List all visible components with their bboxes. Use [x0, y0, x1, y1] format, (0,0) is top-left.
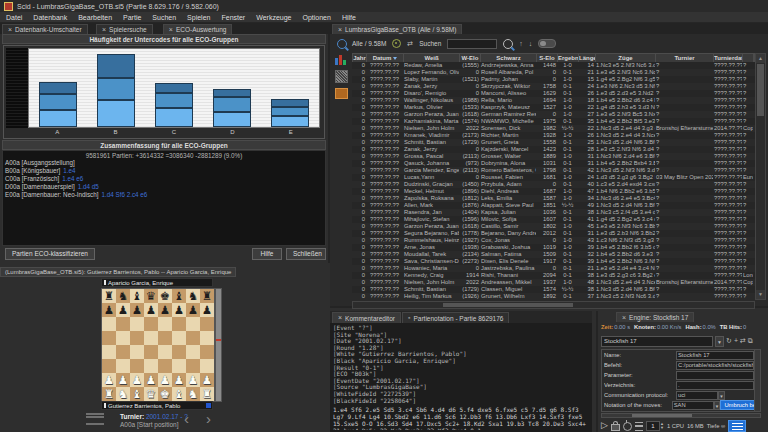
board-square[interactable] — [186, 359, 200, 373]
menu-datei[interactable]: Datei — [6, 14, 22, 21]
field-value-communication-protocol[interactable]: uci — [676, 391, 718, 400]
board-square[interactable]: ♟ — [144, 373, 158, 387]
board-square[interactable] — [130, 317, 144, 331]
board-square[interactable]: ♚ — [158, 289, 172, 303]
board-square[interactable]: ♛ — [144, 387, 158, 401]
board-square[interactable]: ♟ — [144, 303, 158, 317]
board-square[interactable] — [130, 345, 144, 359]
export-icon[interactable] — [335, 88, 348, 99]
board-square[interactable] — [158, 345, 172, 359]
table-row[interactable]: 0????.??.??Kennedy, Craig1914Rishi, Than… — [352, 272, 755, 279]
swap-icon[interactable]: ⇄ — [740, 337, 746, 345]
board-square[interactable]: ♟ — [200, 373, 214, 387]
table-row[interactable]: 0????.??.??Garcia Mendez, Engel(2113)Rom… — [352, 167, 755, 174]
table-row[interactable]: 0????.??.??Qasuck, Johanna(973)Dobrynina… — [352, 160, 755, 167]
board-square[interactable]: ♞ — [186, 289, 200, 303]
eco-moves[interactable]: 1.e4 — [63, 167, 75, 174]
board-square[interactable] — [200, 359, 214, 373]
next-move-arrow[interactable]: › — [206, 410, 211, 427]
board-square[interactable]: ♟ — [102, 373, 116, 387]
table-row[interactable]: 0????.??.??Wallinger, Nikolaus(1988)Rell… — [352, 97, 755, 104]
board-square[interactable] — [186, 317, 200, 331]
scroll-down-arrow[interactable]: ▼ — [756, 290, 765, 299]
menu-hilfe[interactable]: Hilfe — [342, 14, 356, 21]
eco-moves[interactable]: 1.d4 d5 — [78, 183, 99, 190]
table-row[interactable]: 0????.??.??Disaro', Remigio0Mancorsi, Al… — [352, 90, 755, 97]
table-row[interactable]: 0????.??.??Markus, Olivier(1533)Kasprzyk… — [352, 104, 755, 111]
board-square[interactable] — [158, 317, 172, 331]
table-row[interactable]: 0????.??.??Mihajlovic, Stefan(1596)Milov… — [352, 216, 755, 223]
close-button[interactable]: Schließen — [286, 248, 326, 260]
menu-optionen[interactable]: Optionen — [302, 14, 330, 21]
tab-engine[interactable]: × Engine: Stockfish 17 — [616, 312, 694, 322]
board-square[interactable]: ♝ — [130, 289, 144, 303]
column-header-ort[interactable] — [743, 54, 754, 62]
board-square[interactable] — [116, 317, 130, 331]
board-scroll-strip[interactable] — [215, 288, 222, 402]
board-square[interactable] — [172, 345, 186, 359]
field-value-name[interactable]: Stockfish 17 — [676, 351, 754, 360]
table-row[interactable]: 0????.??.??Rummelshaus, Heinz(1927)Cox, … — [352, 237, 755, 244]
column-header-s-elo[interactable]: S-Elo — [537, 54, 558, 62]
table-row[interactable]: 0????.??.??Meckel, Helmut(1896)Diehl, An… — [352, 188, 755, 195]
board-menu-icon[interactable] — [86, 413, 104, 425]
board-square[interactable]: ♟ — [116, 303, 130, 317]
board-square[interactable]: ♟ — [130, 373, 144, 387]
table-row[interactable]: 0????.??.??Grossa, Pascal(2113)Grosser, … — [352, 153, 755, 160]
board-square[interactable]: ♜ — [200, 387, 214, 401]
board-square[interactable] — [186, 345, 200, 359]
column-header-schwarz[interactable]: Schwarz — [481, 54, 537, 62]
board-filter-icon[interactable] — [335, 70, 348, 83]
filter-swap-icon[interactable]: ⇄ — [407, 40, 413, 48]
board-square[interactable]: ♟ — [116, 373, 130, 387]
table-row[interactable]: 0????.??.??Segura Bejarano, Fabi(1778)Be… — [352, 230, 755, 237]
column-header-turnier[interactable]: Turnier — [656, 54, 714, 62]
board-square[interactable] — [102, 345, 116, 359]
board-square[interactable] — [116, 345, 130, 359]
board-square[interactable]: ♜ — [102, 387, 116, 401]
engine-menu-button[interactable] — [728, 420, 746, 432]
tab-game-notation[interactable]: ▪ Partienotation - Partie 8629176 — [402, 312, 509, 323]
column-header-jahr[interactable]: Jahr — [353, 54, 367, 62]
table-row[interactable]: 0????.??.??Garzon Peraza, Juan P(1618)Ca… — [352, 223, 755, 230]
board-square[interactable]: ♟ — [186, 373, 200, 387]
close-icon[interactable]: × — [169, 26, 173, 34]
close-icon[interactable]: × — [338, 314, 342, 322]
column-header-w-elo[interactable]: W-Elo — [460, 54, 481, 62]
scrollbar-thumb[interactable] — [757, 64, 764, 116]
scrollbar-thumb[interactable] — [632, 414, 692, 417]
multipv-value[interactable]: 1 — [646, 421, 660, 431]
board-square[interactable] — [200, 331, 214, 345]
statistics-chart-icon[interactable] — [335, 54, 348, 65]
table-row[interactable]: 0????.??.??Lopez Fernando, Olive0Rosell … — [352, 69, 755, 76]
board-square[interactable] — [102, 317, 116, 331]
board-square[interactable]: ♞ — [116, 387, 130, 401]
board-square[interactable] — [144, 331, 158, 345]
field-value-parameter[interactable] — [676, 371, 754, 380]
table-row[interactable]: 0????.??.??Schmitt, Bastian(1729)Grunert… — [352, 139, 755, 146]
filter-toggle[interactable] — [538, 39, 556, 48]
menu-werkzeuge[interactable]: Werkzeuge — [256, 14, 291, 21]
form-vertical-scrollbar[interactable] — [754, 350, 760, 411]
board-square[interactable]: ♜ — [200, 289, 214, 303]
table-row[interactable]: 0????.??.??Arne, Jonas(1938)Grabowski, J… — [352, 244, 755, 251]
board-square[interactable] — [172, 317, 186, 331]
table-row[interactable]: 0????.??.??Lucas,Yann0Roussel, Fabien168… — [352, 174, 755, 181]
horizontal-scrollbar[interactable] — [352, 301, 755, 309]
multipv-spinbox[interactable]: 1 ▲▼ — [646, 421, 664, 431]
board-square[interactable]: ♞ — [186, 387, 200, 401]
table-row[interactable]: 0????.??.??Kazhamiakina, Marta(1574)NWAM… — [352, 118, 755, 125]
board-square[interactable]: ♟ — [172, 303, 186, 317]
column-header-l-nge[interactable]: Länge — [579, 54, 596, 62]
pgn-move-text[interactable]: 1.e4 Sf6 2.e5 Sd5 3.c4 Sb6 4.d4 d6 5.f4 … — [333, 406, 589, 430]
vertical-scrollbar[interactable]: ▲ ▼ — [755, 53, 766, 300]
filter-search-icon[interactable] — [337, 39, 347, 49]
chess-board[interactable]: ♜♞♝♛♚♝♞♜♟♟♟♟♟♟♟♟♟♟♟♟♟♟♟♟♜♞♝♛♚♝♞♜ — [101, 288, 215, 402]
lock-icon[interactable] — [611, 424, 620, 431]
tab-spielersuche[interactable]: ×Spielersuche — [96, 24, 153, 34]
board-square[interactable] — [144, 345, 158, 359]
multipv-list-icon[interactable] — [635, 422, 643, 431]
search-up-icon[interactable]: ↑ — [519, 40, 523, 48]
board-square[interactable] — [158, 359, 172, 373]
board-square[interactable]: ♛ — [144, 289, 158, 303]
